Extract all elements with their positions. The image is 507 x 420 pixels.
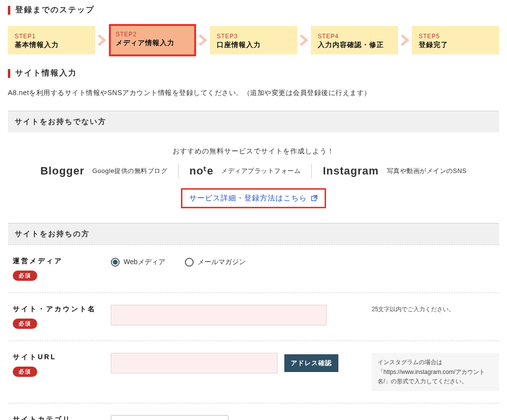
service-detail-link[interactable]: サービス詳細・登録方法はこちら xyxy=(181,188,326,208)
recommend-text: おすすめの無料サービスでサイトを作成しよう！ xyxy=(8,147,499,156)
site-url-label: サイトURL xyxy=(13,353,111,362)
step-3-label: 口座情報入力 xyxy=(217,41,290,49)
site-name-help: 25文字以内でご入力ください。 xyxy=(372,305,499,314)
field-site-url: サイトURL 必須 アドレス確認 インスタグラムの場合は「https://www… xyxy=(8,341,499,403)
service-blogger-desc: Google提供の無料ブログ xyxy=(92,167,167,175)
field-site-name: サイト・アカウント名 必須 25文字以内でご入力ください。 xyxy=(8,293,499,341)
radio-checked-icon xyxy=(111,258,120,267)
step-2-num: STEP2 xyxy=(116,31,189,38)
service-instagram[interactable]: Instagram 写真や動画がメインのSNS xyxy=(315,163,474,179)
service-separator xyxy=(311,164,312,178)
site-info-title: サイト情報入力 xyxy=(8,68,499,78)
page-steps-title: 登録までのステップ xyxy=(8,5,499,15)
step-5-num: STEP5 xyxy=(419,33,492,40)
media-type-label: 運営メディア xyxy=(13,257,111,266)
required-badge: 必須 xyxy=(13,367,37,377)
service-blogger-name: Blogger xyxy=(40,165,84,177)
service-note[interactable]: noᵗe メディアプラットフォーム xyxy=(181,163,308,179)
step-5-label: 登録完了 xyxy=(419,41,492,49)
step-arrow-icon xyxy=(199,34,207,46)
radio-web-media[interactable]: Webメディア xyxy=(111,258,165,267)
service-blogger[interactable]: Blogger Google提供の無料ブログ xyxy=(32,163,175,179)
radio-unchecked-icon xyxy=(185,258,194,267)
service-separator xyxy=(178,164,178,178)
address-confirm-button[interactable]: アドレス確認 xyxy=(284,354,338,372)
have-site-header: サイトをお持ちの方 xyxy=(8,223,499,245)
step-arrow-icon xyxy=(401,34,409,46)
service-note-desc: メディアプラットフォーム xyxy=(221,167,301,175)
required-badge: 必須 xyxy=(13,319,37,329)
step-5: STEP5 登録完了 xyxy=(412,26,499,54)
step-1: STEP1 基本情報入力 xyxy=(8,26,95,54)
site-url-help: インスタグラムの場合は「https://www.instagram.com/アカ… xyxy=(372,353,499,391)
step-4-num: STEP4 xyxy=(318,33,391,40)
title-bar xyxy=(8,69,10,78)
step-3: STEP3 口座情報入力 xyxy=(210,26,297,54)
title-bar xyxy=(8,6,10,15)
step-3-num: STEP3 xyxy=(217,33,290,40)
site-category-select[interactable]: 選択してください ▼ xyxy=(111,415,228,420)
radio-mail-magazine-label: メールマガジン xyxy=(198,258,246,267)
no-site-header: サイトをお持ちでない方 xyxy=(8,111,499,132)
service-detail-link-text: サービス詳細・登録方法はこちら xyxy=(189,194,307,202)
step-1-label: 基本情報入力 xyxy=(15,41,88,49)
field-site-category: サイトカテゴリ 必須 選択してください ▼ xyxy=(8,403,499,420)
step-4: STEP4 入力内容確認・修正 xyxy=(311,26,398,54)
site-name-input[interactable] xyxy=(111,305,327,325)
step-indicator: STEP1 基本情報入力 STEP2 メディア情報入力 STEP3 口座情報入力… xyxy=(8,24,499,56)
required-badge: 必須 xyxy=(13,271,37,281)
intro-text: A8.netを利用するサイト情報やSNSアカウント情報を登録してください。（追加… xyxy=(8,87,499,98)
step-arrow-icon xyxy=(98,34,106,46)
step-2: STEP2 メディア情報入力 xyxy=(109,24,196,56)
field-media-type: 運営メディア 必須 Webメディア メールマガジン xyxy=(8,245,499,293)
step-4-label: 入力内容確認・修正 xyxy=(318,41,391,49)
step-arrow-icon xyxy=(300,34,308,46)
step-1-num: STEP1 xyxy=(15,33,88,40)
step-2-label: メディア情報入力 xyxy=(116,39,189,48)
service-note-name: noᵗe xyxy=(189,165,213,177)
service-instagram-desc: 写真や動画がメインのSNS xyxy=(387,167,467,175)
media-type-radio-group: Webメディア メールマガジン xyxy=(111,258,246,267)
radio-web-media-label: Webメディア xyxy=(124,258,165,267)
site-info-title-text: サイト情報入力 xyxy=(15,68,77,78)
site-category-label: サイトカテゴリ xyxy=(13,415,111,420)
radio-mail-magazine[interactable]: メールマガジン xyxy=(185,258,246,267)
page-steps-title-text: 登録までのステップ xyxy=(15,5,95,15)
site-name-label: サイト・アカウント名 xyxy=(13,305,111,314)
service-instagram-name: Instagram xyxy=(323,165,379,177)
external-link-icon xyxy=(311,195,318,203)
site-url-input[interactable] xyxy=(111,353,278,373)
recommended-services: Blogger Google提供の無料ブログ noᵗe メディアプラットフォーム… xyxy=(8,163,499,179)
